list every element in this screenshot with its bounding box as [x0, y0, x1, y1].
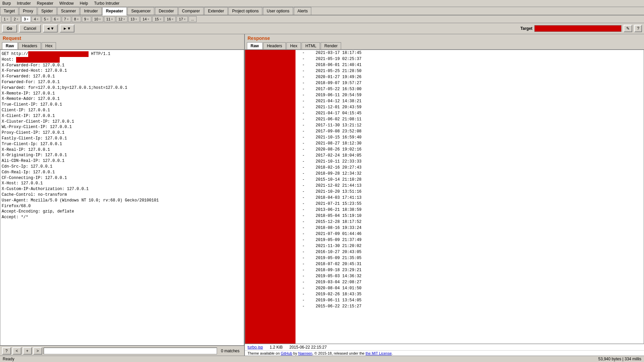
num-tab-8[interactable]: 8 × [72, 16, 81, 22]
tab-extender[interactable]: Extender [204, 7, 228, 15]
num-tab-12[interactable]: 12 × [116, 16, 127, 22]
tab-target[interactable]: Target [0, 7, 18, 15]
response-dash-row: - [302, 68, 309, 74]
num-tab-2[interactable]: 2 × [11, 16, 21, 22]
request-tab-raw[interactable]: Raw [2, 42, 18, 49]
github-link[interactable]: GitHub [281, 351, 292, 355]
num-tab-3[interactable]: 3 × [21, 16, 31, 22]
num-tab-10[interactable]: 10 × [92, 16, 103, 22]
response-tab-html[interactable]: HTML [302, 42, 320, 49]
close-tab-10[interactable]: × [99, 17, 101, 21]
close-tab-14[interactable]: × [147, 17, 149, 21]
response-dash-row: - [302, 140, 309, 146]
close-tab-12[interactable]: × [123, 17, 125, 21]
search-prev-button[interactable]: < [12, 347, 21, 355]
go-button[interactable]: Go [2, 24, 17, 33]
response-dash-row: - [302, 153, 309, 159]
num-tab-4[interactable]: 4 × [32, 16, 41, 22]
prev-button[interactable]: ◄▼ [43, 24, 58, 33]
close-tab-3[interactable]: × [26, 17, 29, 21]
response-date-row: 2021-12-02 21:44:13 [316, 183, 644, 189]
close-tab-2[interactable]: × [16, 17, 18, 21]
search-next-button[interactable]: > [33, 347, 42, 355]
response-tab-headers[interactable]: Headers [263, 42, 286, 49]
menu-window[interactable]: Window [58, 1, 75, 6]
request-line: GET http:// HTTP/1.1 [2, 51, 243, 57]
menu-help[interactable]: Help [79, 1, 89, 6]
tab-spider[interactable]: Spider [38, 7, 57, 15]
request-line: X-Forwarded-For: 127.0.0.1 [2, 63, 243, 68]
tab-repeater[interactable]: Repeater [102, 7, 127, 15]
target-input[interactable] [534, 25, 622, 32]
response-tab-render[interactable]: Render [321, 42, 341, 49]
close-tab-4[interactable]: × [37, 17, 39, 21]
request-body[interactable]: GET http:// HTTP/1.1Host: X-Forwarded-Fo… [0, 50, 244, 346]
response-dash-row: - [302, 62, 309, 68]
tab-comparer[interactable]: Comparer [178, 7, 204, 15]
tab-project-options[interactable]: Project options [228, 7, 262, 15]
request-tab-headers[interactable]: Headers [18, 42, 41, 49]
response-dash-column: ----------------------------------------… [296, 50, 316, 344]
response-tab-hex[interactable]: Hex [286, 42, 301, 49]
next-button[interactable]: ►▼ [60, 24, 74, 33]
search-add-button[interactable]: + [23, 347, 32, 355]
num-tab-13[interactable]: 13 × [128, 16, 140, 22]
tab-proxy[interactable]: Proxy [19, 7, 37, 15]
num-tab-5[interactable]: 5 × [42, 16, 51, 22]
close-tab-11[interactable]: × [111, 17, 113, 21]
response-sub-tabs: Raw Headers Hex HTML Render [245, 42, 644, 50]
request-panel: Request Raw Headers Hex GET http:// HTTP… [0, 34, 245, 356]
tab-user-options[interactable]: User options [263, 7, 293, 15]
response-body[interactable]: ----------------------------------------… [245, 50, 644, 344]
edit-target-button[interactable]: ✎ [624, 25, 632, 32]
response-date-row: 2021-03-17 18:17:45 [316, 50, 644, 56]
response-dash-row: - [302, 171, 309, 177]
response-date-row: 2021-08-27 18:12:30 [316, 140, 644, 146]
close-tab-15[interactable]: × [159, 17, 161, 21]
close-tab-8[interactable]: × [77, 17, 79, 21]
naereen-link[interactable]: Naereen [298, 351, 312, 355]
num-tab-16[interactable]: 16 × [164, 16, 176, 22]
cancel-button[interactable]: Cancel [19, 24, 41, 33]
turbo-link[interactable]: turbo.jsp [248, 345, 263, 350]
num-tab-17[interactable]: 17 × [176, 16, 188, 22]
close-tab-9[interactable]: × [87, 17, 89, 21]
menu-intruder[interactable]: Intruder [16, 1, 32, 6]
ready-label: Ready [3, 357, 14, 361]
num-tab-15[interactable]: 15 × [152, 16, 164, 22]
search-input[interactable] [44, 348, 217, 354]
close-tab-16[interactable]: × [172, 17, 174, 21]
close-tab-1[interactable]: × [6, 17, 8, 21]
close-tab-5[interactable]: × [47, 17, 49, 21]
request-line: Accept: */* [2, 215, 243, 220]
help-button[interactable]: ? [634, 25, 642, 32]
response-dash-row: - [302, 291, 309, 297]
tab-scanner[interactable]: Scanner [57, 7, 80, 15]
request-tab-hex[interactable]: Hex [42, 42, 56, 49]
close-tab-13[interactable]: × [135, 17, 137, 21]
num-tab-11[interactable]: 11 × [104, 16, 115, 22]
close-tab-6[interactable]: × [57, 17, 59, 21]
menu-repeater[interactable]: Repeater [36, 1, 54, 6]
menu-burp[interactable]: Burp [1, 1, 12, 6]
response-tab-raw[interactable]: Raw [247, 42, 263, 49]
menu-turbo[interactable]: Turbo Intruder [93, 1, 120, 6]
tab-decoder[interactable]: Decoder [155, 7, 177, 15]
num-tab-14[interactable]: 14 × [140, 16, 152, 22]
num-tab-6[interactable]: 6 × [52, 16, 61, 22]
mit-link[interactable]: the MIT License [366, 351, 392, 355]
tab-sequencer[interactable]: Sequencer [127, 7, 154, 15]
search-help-button[interactable]: ? [2, 347, 11, 355]
num-tab-1[interactable]: 1 × [1, 16, 11, 22]
response-date-row: 2021-04-12 14:38:21 [316, 98, 644, 104]
num-tab-9[interactable]: 9 × [82, 16, 91, 22]
num-tab-7[interactable]: 7 × [62, 16, 71, 22]
close-tab-17[interactable]: × [184, 17, 186, 21]
num-tab-more[interactable]: ... [189, 16, 196, 22]
tab-alerts[interactable]: Alerts [294, 7, 312, 15]
response-dash-row: - [302, 267, 309, 273]
close-tab-7[interactable]: × [67, 17, 69, 21]
tab-intruder[interactable]: Intruder [80, 7, 101, 15]
response-date-row: 2021-10-20 13:51:16 [316, 189, 644, 195]
response-dash-row: - [302, 195, 309, 201]
